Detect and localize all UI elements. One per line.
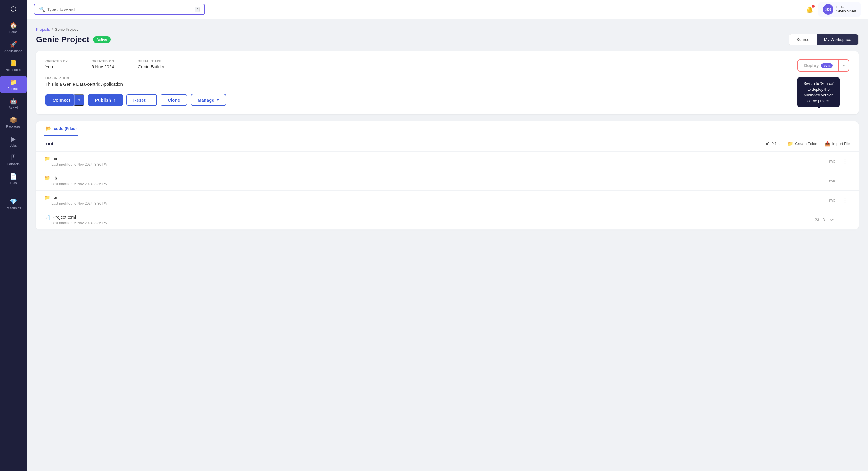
app-logo: ⬡ <box>10 5 17 13</box>
file-perms-lib: rwx <box>829 178 835 183</box>
file-modified-project-toml: Last modified: 6 Nov 2024, 3:36 PM <box>44 221 815 225</box>
sidebar-item-label-jobs: Jobs <box>10 144 17 147</box>
file-more-bin[interactable]: ⋮ <box>840 156 850 166</box>
avatar: SS <box>823 4 833 15</box>
sidebar-item-datasets[interactable]: 🗄 Datasets <box>0 151 27 169</box>
search-input[interactable] <box>47 7 192 12</box>
file-row-lib[interactable]: 📁 lib Last modified: 6 Nov 2024, 3:36 PM… <box>36 171 859 190</box>
download-icon: ↓ <box>148 97 150 102</box>
manage-button[interactable]: Manage ▾ <box>191 94 226 106</box>
header-tabs: Source My Workspace <box>789 34 859 45</box>
deploy-tooltip: Switch to 'Source' to deploy the publish… <box>798 77 840 107</box>
sidebar-item-home[interactable]: 🏠 Home <box>0 19 27 37</box>
folder-icon-src: 📁 <box>44 195 50 200</box>
sidebar-item-notebooks[interactable]: 📒 Notebooks <box>0 57 27 75</box>
datasets-icon: 🗄 <box>10 154 16 161</box>
file-modified-lib: Last modified: 6 Nov 2024, 3:36 PM <box>44 182 829 186</box>
created-on-label: CREATED ON <box>92 59 114 63</box>
file-row-project-toml[interactable]: 📄 Project.toml Last modified: 6 Nov 2024… <box>36 210 859 230</box>
sidebar-item-packages[interactable]: 📦 Packages <box>0 114 27 131</box>
file-more-src[interactable]: ⋮ <box>840 196 850 205</box>
file-name-label-lib: lib <box>53 176 57 180</box>
file-icon-project-toml: 📄 <box>44 214 50 220</box>
sidebar-item-label-files: Files <box>10 181 17 185</box>
user-menu[interactable]: SS Hello, Sneh Shah <box>818 2 861 17</box>
manage-label: Manage <box>198 97 214 102</box>
file-name-project-toml: 📄 Project.toml <box>44 214 815 220</box>
tab-source[interactable]: Source <box>789 34 817 45</box>
meta-created-by: CREATED BY You <box>45 59 68 69</box>
files-toolbar: root 👁 2 files 📁 Create Folder 📥 Import … <box>36 136 859 152</box>
import-file-icon: 📥 <box>825 141 831 147</box>
sidebar-item-label-applications: Applications <box>4 49 22 53</box>
file-info-project-toml: 📄 Project.toml Last modified: 6 Nov 2024… <box>44 214 815 225</box>
status-badge: Active <box>93 36 111 43</box>
file-modified-src: Last modified: 6 Nov 2024, 3:36 PM <box>44 202 829 206</box>
file-name-lib: 📁 lib <box>44 175 829 181</box>
connect-button[interactable]: Connect <box>45 94 74 106</box>
sidebar-item-resources[interactable]: 💎 Resources <box>0 195 27 213</box>
sidebar-item-label-datasets: Datasets <box>7 162 20 166</box>
deploy-beta-badge: beta <box>821 63 833 68</box>
project-title-row: Genie Project Active <box>36 35 111 44</box>
file-size-project-toml: 231 B <box>815 217 825 222</box>
deploy-button-area: Switch to 'Source' to deploy the publish… <box>798 59 849 71</box>
notebooks-icon: 📒 <box>10 60 17 67</box>
files-tabs: 📂 code (Files) <box>36 121 859 136</box>
reset-button[interactable]: Reset ↓ <box>126 94 157 106</box>
publish-button[interactable]: Publish ↑ <box>88 94 123 106</box>
sidebar-item-jobs[interactable]: ▶ Jobs <box>0 133 27 150</box>
deploy-label: Deploy <box>804 63 819 68</box>
file-count-action: 👁 2 files <box>765 141 781 147</box>
file-row-bin[interactable]: 📁 bin Last modified: 6 Nov 2024, 3:36 PM… <box>36 152 859 171</box>
sidebar-item-askai[interactable]: 🤖 Ask AI <box>0 94 27 112</box>
file-name-bin: 📁 bin <box>44 156 829 161</box>
search-icon: 🔍 <box>39 6 45 12</box>
upload-icon: ↑ <box>113 97 116 102</box>
notification-badge <box>812 5 814 8</box>
file-perms-src: rwx <box>829 198 835 202</box>
home-icon: 🏠 <box>10 22 17 29</box>
breadcrumb-separator: / <box>52 27 53 32</box>
file-perms-project-toml: rw- <box>830 217 835 222</box>
clone-button[interactable]: Clone <box>161 94 187 106</box>
files-section: 📂 code (Files) root 👁 2 files 📁 Create F… <box>36 121 859 230</box>
file-row-src[interactable]: 📁 src Last modified: 6 Nov 2024, 3:36 PM… <box>36 190 859 210</box>
file-info-bin: 📁 bin Last modified: 6 Nov 2024, 3:36 PM <box>44 156 829 167</box>
default-app-label: DEFAULT APP <box>138 59 165 63</box>
topbar: 🔍 / 🔔 SS Hello, Sneh Shah <box>27 0 868 19</box>
files-actions: 👁 2 files 📁 Create Folder 📥 Import File <box>765 141 850 147</box>
file-more-lib[interactable]: ⋮ <box>840 176 850 185</box>
main-area: 🔍 / 🔔 SS Hello, Sneh Shah Projects / Gen… <box>27 0 868 471</box>
notification-bell-container[interactable]: 🔔 <box>806 6 813 13</box>
project-header: Genie Project Active Source My Workspace <box>36 34 859 45</box>
search-kbd: / <box>194 7 199 12</box>
import-file-button[interactable]: 📥 Import File <box>825 141 850 147</box>
search-box[interactable]: 🔍 / <box>34 4 205 15</box>
resources-icon: 💎 <box>10 198 17 205</box>
breadcrumb-projects-link[interactable]: Projects <box>36 27 50 32</box>
tab-my-workspace[interactable]: My Workspace <box>817 34 859 45</box>
sidebar-item-label-askai: Ask AI <box>8 106 18 109</box>
project-description-section: DESCRIPTION This is a Genie Data-centric… <box>45 75 849 87</box>
connect-dropdown-button[interactable]: ▾ <box>74 94 85 106</box>
file-more-project-toml[interactable]: ⋮ <box>840 215 850 225</box>
create-folder-button[interactable]: 📁 Create Folder <box>787 141 818 147</box>
sidebar-item-applications[interactable]: 🚀 Applications <box>0 38 27 56</box>
deploy-dropdown-button[interactable]: ▾ <box>839 59 849 71</box>
deploy-split-button: Deploy beta ▾ <box>798 59 849 71</box>
deploy-button[interactable]: Deploy beta <box>798 59 839 71</box>
clone-label: Clone <box>168 97 180 102</box>
file-name-label-project-toml: Project.toml <box>53 214 76 219</box>
connect-split-button: Connect ▾ <box>45 94 85 106</box>
folder-icon-bin: 📁 <box>44 156 50 161</box>
project-card: Switch to 'Source' to deploy the publish… <box>36 51 859 114</box>
packages-icon: 📦 <box>10 116 17 123</box>
sidebar-item-label-projects: Projects <box>7 87 19 90</box>
sidebar-item-projects[interactable]: 📁 Projects <box>0 76 27 93</box>
tab-code-files[interactable]: 📂 code (Files) <box>44 121 78 136</box>
created-on-value: 6 Nov 2024 <box>92 64 114 69</box>
action-buttons: Connect ▾ Publish ↑ Reset ↓ Clone <box>45 94 849 106</box>
sidebar-item-files[interactable]: 📄 Files <box>0 170 27 188</box>
files-root-label: root <box>44 141 54 147</box>
